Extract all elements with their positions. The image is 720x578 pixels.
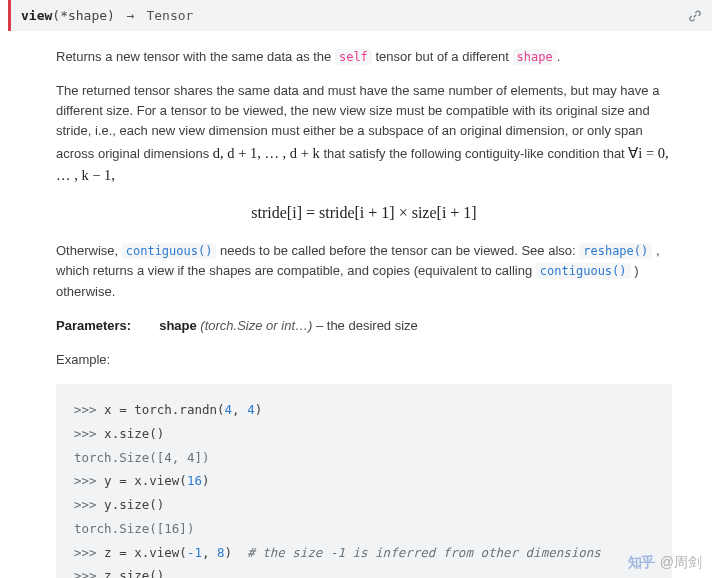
signature-text: view(*shape) → Tensor <box>21 8 688 23</box>
doc-page: view(*shape) → Tensor Returns a new tens… <box>0 0 720 578</box>
repl-prompt: >>> <box>74 473 104 488</box>
text: needs to be called before the tensor can… <box>216 243 579 258</box>
parameters-value: shape (torch.Size or int…) – the desired… <box>159 316 418 336</box>
repl-prompt: >>> <box>74 402 104 417</box>
code-self: self <box>335 49 372 65</box>
repl-prompt: >>> <box>74 568 104 578</box>
code-text: , <box>232 402 247 417</box>
param-type: (torch.Size or int…) <box>197 318 313 333</box>
text: tensor but of a different <box>372 49 513 64</box>
code-text: , <box>202 545 217 560</box>
para-desc: The returned tensor shares the same data… <box>56 81 672 186</box>
text: . <box>557 49 561 64</box>
fn-name: view <box>21 8 52 23</box>
code-text: ) <box>225 545 248 560</box>
code-num: 8 <box>217 545 225 560</box>
permalink-icon[interactable] <box>688 9 702 23</box>
code-shape: shape <box>513 49 557 65</box>
code-output: torch.Size([16]) <box>74 521 194 536</box>
code-text: ) <box>202 473 210 488</box>
fn-params: (*shape) <box>52 8 115 23</box>
text: Otherwise, <box>56 243 122 258</box>
code-text: y = x.view( <box>104 473 187 488</box>
code-num: 4 <box>225 402 233 417</box>
doc-body: Returns a new tensor with the same data … <box>8 47 712 578</box>
math-block-stride: stride[i] = stride[i + 1] × size[i + 1] <box>56 201 672 226</box>
code-text: z.size() <box>104 568 164 578</box>
repl-prompt: >>> <box>74 497 104 512</box>
code-reshape[interactable]: reshape() <box>579 243 652 259</box>
example-label: Example: <box>56 350 672 370</box>
math-dims: d, d + 1, … , d + k <box>213 145 320 161</box>
text: Returns a new tensor with the same data … <box>56 49 335 64</box>
para-otherwise: Otherwise, contiguous() needs to be call… <box>56 241 672 301</box>
code-text: x.size() <box>104 426 164 441</box>
signature-block: view(*shape) → Tensor <box>8 0 712 31</box>
code-text: z = x.view( <box>104 545 187 560</box>
code-text: x = torch.randn( <box>104 402 224 417</box>
code-contiguous[interactable]: contiguous() <box>122 243 217 259</box>
code-example: >>> x = torch.randn(4, 4) >>> x.size() t… <box>56 384 672 578</box>
text: that satisfy the following contiguity-li… <box>320 146 629 161</box>
para-returns: Returns a new tensor with the same data … <box>56 47 672 67</box>
code-contiguous-2[interactable]: contiguous() <box>536 263 631 279</box>
code-num: -1 <box>187 545 202 560</box>
repl-prompt: >>> <box>74 545 104 560</box>
param-desc: – the desired size <box>312 318 418 333</box>
code-text: ) <box>255 402 263 417</box>
parameters-label: Parameters: <box>56 316 131 336</box>
code-text: y.size() <box>104 497 164 512</box>
parameters-row: Parameters: shape (torch.Size or int…) –… <box>56 316 672 336</box>
code-comment: # the size -1 is inferred from other dim… <box>247 545 601 560</box>
repl-prompt: >>> <box>74 426 104 441</box>
code-output: torch.Size([4, 4]) <box>74 450 209 465</box>
param-name: shape <box>159 318 197 333</box>
arrow-icon: → <box>127 8 135 23</box>
return-type: Tensor <box>146 8 193 23</box>
code-num: 16 <box>187 473 202 488</box>
code-num: 4 <box>247 402 255 417</box>
